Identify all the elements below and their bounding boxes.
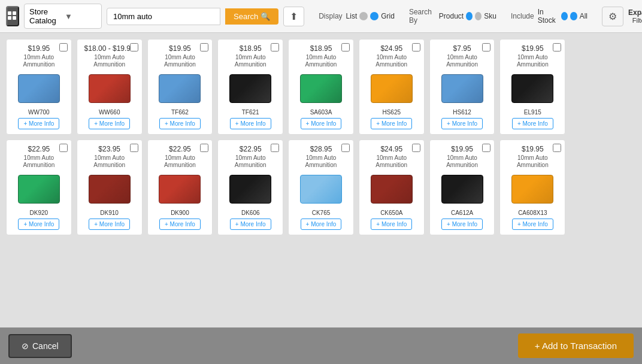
more-info-button[interactable]: + More Info — [89, 219, 130, 230]
product-card[interactable]: $22.95 10mm Auto Ammunition DK606 + More… — [217, 139, 283, 235]
more-info-button[interactable]: + More Info — [301, 219, 342, 230]
display-grid-label[interactable]: Grid — [381, 12, 395, 20]
product-checkbox[interactable] — [59, 43, 68, 51]
add-to-transaction-button[interactable]: + Add to Transaction — [518, 333, 634, 358]
product-sku: CA612A — [451, 210, 473, 216]
product-card[interactable]: $19.95 10mm Auto Ammunition EL915 + More… — [499, 39, 565, 135]
more-info-button[interactable]: + More Info — [18, 219, 59, 230]
product-checkbox[interactable] — [130, 144, 138, 152]
grid-icon-button[interactable] — [6, 6, 19, 26]
more-info-button[interactable]: + More Info — [159, 118, 201, 129]
chevron-down-icon: ▼ — [65, 12, 96, 21]
searchby-toggle-group: Search By Product Sku — [409, 8, 496, 25]
searchby-product-label[interactable]: Product — [439, 12, 464, 20]
more-info-button[interactable]: + More Info — [371, 219, 412, 230]
display-label: Display — [319, 12, 342, 20]
display-grid-dot[interactable] — [370, 12, 378, 20]
product-card[interactable]: $19.95 10mm Auto Ammunition CA612A + Mor… — [429, 139, 495, 235]
product-checkbox[interactable] — [341, 144, 350, 152]
product-price: $7.95 — [453, 44, 471, 53]
display-list-dot[interactable] — [359, 12, 368, 20]
product-sku: EL915 — [524, 109, 541, 116]
product-checkbox[interactable] — [412, 43, 420, 51]
product-card[interactable]: $18.95 10mm Auto Ammunition TF621 + More… — [217, 39, 283, 135]
upload-button[interactable]: ⬆ — [283, 7, 304, 26]
more-info-button[interactable]: + More Info — [371, 118, 412, 129]
more-info-button[interactable]: + More Info — [230, 219, 271, 230]
ammo-box-image — [159, 175, 201, 204]
product-price: $28.95 — [310, 145, 332, 153]
product-checkbox[interactable] — [553, 43, 561, 51]
searchby-sku-dot[interactable] — [475, 12, 482, 20]
more-info-button[interactable]: + More Info — [301, 118, 342, 129]
product-name: 10mm Auto Ammunition — [223, 54, 278, 68]
searchby-product-dot[interactable] — [466, 12, 473, 20]
svg-rect-0 — [8, 11, 11, 15]
more-info-button[interactable]: + More Info — [18, 118, 59, 129]
product-card[interactable]: $24.95 10mm Auto Ammunition HS625 + More… — [359, 39, 425, 135]
product-card[interactable]: $23.95 10mm Auto Ammunition DK910 + More… — [77, 139, 143, 235]
more-info-button[interactable]: + More Info — [441, 219, 483, 230]
product-checkbox[interactable] — [341, 43, 350, 51]
gear-button[interactable]: ⚙ — [602, 7, 623, 26]
search-input[interactable] — [107, 8, 220, 25]
more-info-button[interactable]: + More Info — [159, 219, 201, 230]
include-instock-dot[interactable] — [561, 12, 568, 20]
product-name: 10mm Auto Ammunition — [435, 54, 490, 68]
product-price: $24.95 — [380, 44, 402, 53]
cancel-button[interactable]: ⊘ Cancel — [8, 334, 72, 358]
more-info-button[interactable]: + More Info — [441, 118, 483, 129]
product-sku: TF621 — [242, 109, 259, 116]
product-checkbox[interactable] — [59, 144, 68, 152]
product-card[interactable]: $19.95 10mm Auto Ammunition TF662 + More… — [147, 39, 213, 135]
svg-rect-2 — [8, 16, 11, 20]
display-list-label[interactable]: List — [346, 12, 358, 20]
store-catalog-label: Store Catalog — [29, 7, 61, 25]
product-card[interactable]: $18.00 - $19.95 10mm Auto Ammunition WW6… — [77, 39, 143, 135]
store-catalog-select[interactable]: Store Catalog ▼ — [24, 4, 102, 29]
expand-filters[interactable]: Expand Filters — [628, 8, 642, 24]
product-card[interactable]: $19.95 10mm Auto Ammunition CA608X13 + M… — [499, 139, 565, 235]
product-checkbox[interactable] — [553, 144, 561, 152]
include-all-dot[interactable] — [570, 12, 577, 20]
product-checkbox[interactable] — [200, 43, 208, 51]
product-image — [86, 71, 134, 107]
more-info-button[interactable]: + More Info — [512, 118, 553, 129]
search-button-label: Search — [234, 12, 258, 21]
product-name: 10mm Auto Ammunition — [223, 154, 278, 169]
product-checkbox[interactable] — [482, 43, 490, 51]
ammo-box-image — [229, 74, 271, 103]
product-checkbox[interactable] — [482, 144, 490, 152]
ammo-box-image — [511, 74, 553, 103]
product-card[interactable]: $22.95 10mm Auto Ammunition DK920 + More… — [6, 139, 72, 235]
product-card[interactable]: $24.95 10mm Auto Ammunition CK650A + Mor… — [359, 139, 425, 235]
ammo-box-image — [441, 175, 483, 204]
product-checkbox[interactable] — [412, 144, 420, 152]
toolbar: Store Catalog ▼ Search 🔍 ⬆ Display List … — [0, 0, 642, 33]
search-button[interactable]: Search 🔍 — [225, 8, 278, 25]
product-grid-row2: $22.95 10mm Auto Ammunition DK920 + More… — [6, 139, 636, 235]
ammo-box-image — [89, 74, 131, 103]
searchby-sku-label[interactable]: Sku — [484, 12, 496, 20]
product-image — [156, 171, 204, 207]
product-card[interactable]: $7.95 10mm Auto Ammunition HS612 + More … — [429, 39, 495, 135]
product-card[interactable]: $22.95 10mm Auto Ammunition DK900 + More… — [147, 139, 213, 235]
display-toggle-group: Display List Grid — [319, 12, 395, 20]
include-all-label[interactable]: All — [580, 12, 588, 20]
product-checkbox[interactable] — [271, 144, 279, 152]
include-instock-label[interactable]: In Stock — [538, 8, 559, 25]
product-sku: DK900 — [171, 210, 189, 216]
product-card[interactable]: $18.95 10mm Auto Ammunition SA603A + Mor… — [288, 39, 354, 135]
product-card[interactable]: $28.95 10mm Auto Ammunition CK765 + More… — [288, 139, 354, 235]
product-name: 10mm Auto Ammunition — [153, 54, 208, 68]
more-info-button[interactable]: + More Info — [230, 118, 271, 129]
more-info-button[interactable]: + More Info — [512, 219, 553, 230]
product-name: 10mm Auto Ammunition — [11, 54, 66, 68]
product-sku: TF662 — [171, 109, 189, 116]
product-checkbox[interactable] — [130, 43, 138, 51]
product-image — [368, 71, 416, 107]
product-checkbox[interactable] — [200, 144, 208, 152]
more-info-button[interactable]: + More Info — [89, 118, 130, 129]
product-card[interactable]: $19.95 10mm Auto Ammunition WW700 + More… — [6, 39, 72, 135]
product-checkbox[interactable] — [271, 43, 279, 51]
